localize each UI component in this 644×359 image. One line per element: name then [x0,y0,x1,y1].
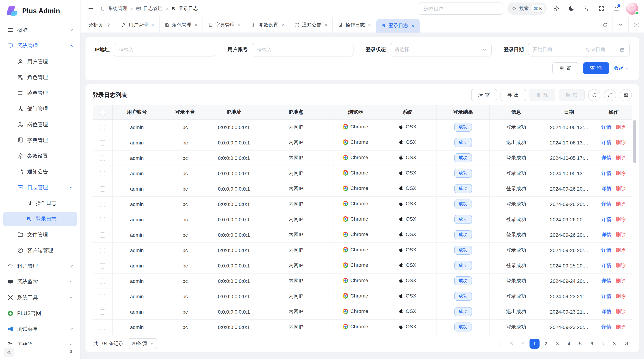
first-page-button[interactable] [495,339,505,349]
sidebar-item-通知公告[interactable]: 通知公告 [3,164,77,179]
breadcrumb-item-日志管理[interactable]: DEV日志管理 [136,5,162,12]
app-logo[interactable]: Plus Admin [0,0,80,22]
page-button-1[interactable]: 1 [530,339,540,349]
jump-back-button[interactable] [506,339,517,349]
jump-forward-button[interactable] [610,339,620,349]
delete-link[interactable]: 删除 [616,155,626,160]
sidebar-item-操作日志[interactable]: 操作日志 [3,196,77,210]
content-fullscreen-button[interactable] [628,17,644,32]
sidebar-item-客户端管理[interactable]: 客户端管理 [3,243,77,258]
row-checkbox[interactable] [100,217,105,222]
sidebar-item-概览[interactable]: 概览 [3,23,77,37]
detail-link[interactable]: 详情 [602,170,612,176]
settings-button[interactable] [551,3,562,14]
tab-登录日志[interactable]: 登录日志× [376,18,420,32]
page-button-4[interactable]: 4 [564,339,574,349]
sidebar-item-系统管理[interactable]: 系统管理 [3,39,77,53]
tab-用户管理[interactable]: 用户管理× [116,17,160,32]
tab-参数设置[interactable]: 参数设置× [246,17,290,32]
row-checkbox[interactable] [100,202,105,207]
table-scrollbar[interactable] [633,120,636,163]
close-icon[interactable]: × [325,22,328,27]
sidebar-item-测试菜单[interactable]: 测试菜单 [3,322,77,336]
sidebar-item-岗位管理[interactable]: 岗位管理 [3,117,77,132]
delete-link[interactable]: 删除 [616,170,626,176]
row-checkbox[interactable] [100,248,105,253]
sidebar-item-角色管理[interactable]: 角色管理 [3,70,77,84]
reset-button[interactable]: 重 置 [552,62,578,74]
delete-link[interactable]: 删除 [616,262,626,268]
tab-refresh-button[interactable] [597,17,612,32]
user-avatar[interactable] [626,2,638,15]
detail-link[interactable]: 详情 [602,232,612,237]
query-button[interactable]: 查 询 [583,62,609,74]
select-all-checkbox[interactable] [100,110,105,115]
row-checkbox[interactable] [100,186,105,192]
sidebar-item-日志管理[interactable]: DEV日志管理 [3,180,77,195]
dark-mode-button[interactable] [566,3,577,14]
delete-link[interactable]: 删除 [616,232,626,237]
delete-link[interactable]: 删除 [616,324,626,330]
close-icon[interactable]: × [368,22,371,27]
delete-link[interactable]: 删除 [616,139,626,145]
sidebar-pin-button[interactable] [66,347,76,357]
next-page-button[interactable] [598,339,608,349]
delete-link[interactable]: 删除 [616,278,626,283]
row-checkbox[interactable] [100,140,105,146]
delete-link[interactable]: 删除 [616,216,626,222]
delete-button[interactable]: 删 除 [530,89,556,101]
sidebar-item-文件管理[interactable]: 文件管理 [3,227,77,242]
table-refresh-button[interactable] [588,89,600,101]
row-checkbox[interactable] [100,279,105,284]
tenant-select[interactable] [418,2,503,15]
close-icon[interactable]: × [238,22,241,27]
sidebar-item-登录日志[interactable]: 登录日志 [3,212,77,226]
row-checkbox[interactable] [100,171,105,176]
breadcrumb-item-系统管理[interactable]: 系统管理 [100,5,127,12]
page-size-select[interactable]: 20条/页 [128,339,157,349]
date-range-picker[interactable]: 开始日期 → 结束日期 [528,43,630,56]
detail-link[interactable]: 详情 [602,201,612,207]
row-checkbox[interactable] [100,125,105,130]
row-checkbox[interactable] [100,294,105,299]
detail-link[interactable]: 详情 [602,124,612,130]
delete-link[interactable]: 删除 [616,308,626,314]
sidebar-item-菜单管理[interactable]: 菜单管理 [3,86,77,100]
close-icon[interactable]: × [151,22,154,27]
tab-角色管理[interactable]: 角色管理× [160,17,203,32]
close-icon[interactable]: × [411,23,414,28]
sidebar-item-字典管理[interactable]: 字典管理 [3,133,77,147]
tab-menu-button[interactable] [612,17,628,32]
tab-通知公告[interactable]: 通知公告× [290,17,333,32]
sidebar-item-PLUS官网[interactable]: PLUS官网 [3,306,77,320]
row-checkbox[interactable] [100,309,105,315]
account-input[interactable] [256,47,349,53]
tab-操作日志[interactable]: 操作日志× [333,17,376,32]
row-checkbox[interactable] [100,156,105,161]
detail-link[interactable]: 详情 [602,262,612,268]
unlock-button[interactable]: 解 锁 [559,89,584,101]
export-button[interactable]: 导 出 [500,89,526,101]
sidebar-item-系统工具[interactable]: 系统工具 [3,290,77,305]
delete-link[interactable]: 删除 [616,293,626,299]
ip-input[interactable] [118,47,211,53]
sidebar-item-部门管理[interactable]: 部门管理 [3,101,77,116]
breadcrumb-item-登录日志[interactable]: 登录日志 [171,5,198,12]
page-button-5[interactable]: 5 [575,339,585,349]
sidebar-item-参数设置[interactable]: 参数设置 [3,149,77,163]
close-icon[interactable]: × [281,22,284,27]
column-settings-button[interactable] [620,89,632,101]
page-button-6[interactable]: 6 [587,339,597,349]
sidebar-item-工作流[interactable]: 工作流 [3,338,77,345]
detail-link[interactable]: 详情 [602,247,612,253]
detail-link[interactable]: 详情 [602,278,612,283]
status-select[interactable]: 请选择 [390,43,492,56]
notifications-button[interactable] [611,3,622,14]
row-checkbox[interactable] [100,232,105,238]
row-checkbox[interactable] [100,325,105,330]
fullscreen-button[interactable] [596,3,607,14]
global-search-button[interactable]: 搜索 ⌘ K [507,2,547,15]
tab-分析页[interactable]: 分析页 [83,17,116,32]
detail-link[interactable]: 详情 [602,139,612,145]
delete-link[interactable]: 删除 [616,124,626,130]
